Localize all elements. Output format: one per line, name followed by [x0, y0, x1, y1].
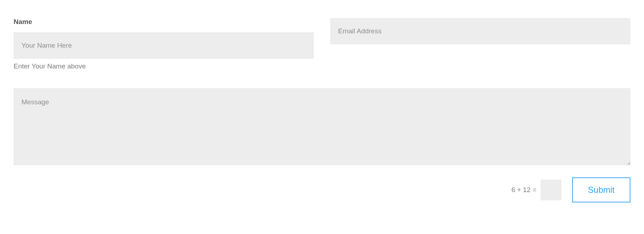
email-input[interactable]	[330, 18, 630, 44]
email-field-group	[330, 18, 630, 70]
name-field-group: Name Enter Your Name above	[14, 18, 314, 70]
message-textarea[interactable]	[14, 88, 630, 165]
captcha-input[interactable]	[541, 180, 561, 200]
name-help-text: Enter Your Name above	[14, 62, 314, 70]
submit-button[interactable]: Submit	[572, 177, 630, 202]
form-top-row: Name Enter Your Name above	[14, 18, 630, 70]
message-field-group	[14, 88, 630, 167]
name-label: Name	[14, 18, 314, 26]
captcha-question: 6 + 12 =	[512, 186, 537, 194]
captcha-group: 6 + 12 =	[512, 180, 562, 200]
name-input[interactable]	[14, 32, 314, 59]
form-footer-row: 6 + 12 = Submit	[14, 177, 630, 202]
